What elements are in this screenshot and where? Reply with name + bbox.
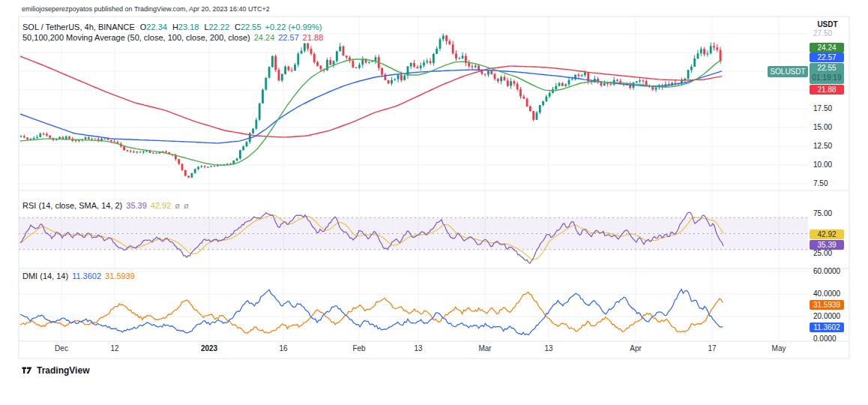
ma-legend: 50,100,200 Moving Average (50, close, 10… — [22, 33, 323, 42]
price-tick-15.00: 15.00 — [813, 123, 832, 132]
dmi-pane-legend: DMI (14, 14)11.360231.5939 — [22, 272, 135, 280]
time-tick-13: 13 — [531, 344, 567, 352]
close-value: 22.55 — [241, 22, 262, 32]
rsi-sma-value: 42.92 — [151, 201, 172, 210]
tradingview-wordmark: TradingView — [37, 365, 89, 376]
rsi-study-title: RSI (14, close, SMA, 14, 2) — [22, 201, 122, 210]
change-value: +0.22 (+0.99%) — [265, 22, 322, 32]
dmi-lines — [20, 290, 723, 335]
high-value: 23.18 — [178, 22, 199, 32]
tradingview-published-chart: emiliojoseperezpoyatos published on Trad… — [0, 0, 868, 405]
rsi-sma-badge: 42.92 — [810, 230, 844, 239]
last-price-badge: 22.5501:19:19 — [810, 63, 844, 84]
tradingview-icon — [22, 365, 32, 376]
candlesticks — [20, 34, 722, 178]
ma-study-title: 50,100,200 Moving Average (50, close, 10… — [22, 33, 250, 42]
ma50-badge: 24.24 — [810, 43, 844, 52]
dmi-plus-badge: 11.3602 — [810, 322, 844, 332]
close-label: C — [235, 22, 241, 32]
main-pane-legend: SOL / TetherUS, 4h, BINANCEO22.34H23.18L… — [22, 22, 322, 32]
moving-averages — [20, 56, 722, 165]
pane-separators — [19, 16, 849, 358]
time-tick-Mar: Mar — [467, 344, 503, 352]
price-tick-27.50: 27.50 — [813, 29, 832, 38]
rsi-tick-75.00: 75.00 — [813, 209, 832, 218]
tradingview-logo-link[interactable]: TradingView — [22, 364, 89, 376]
time-tick-May: May — [761, 344, 797, 352]
ma100-value: 22.57 — [278, 33, 299, 42]
dmi-minus-value: 31.5939 — [105, 272, 135, 280]
time-tick-12: 12 — [97, 344, 133, 352]
open-value: 22.34 — [146, 22, 167, 32]
time-tick-13: 13 — [400, 344, 436, 352]
time-tick-16: 16 — [265, 344, 301, 352]
ma100-badge: 22.57 — [810, 52, 844, 62]
ma200-line — [20, 56, 722, 137]
dmi-study-title: DMI (14, 14) — [22, 272, 68, 280]
symbol-title: SOL / TetherUS, 4h, BINANCE — [22, 22, 135, 32]
dmi-plus-value: 11.3602 — [72, 272, 101, 280]
high-label: H — [172, 22, 178, 32]
bar-close-countdown: 01:19:19 — [810, 74, 844, 82]
time-tick-Feb: Feb — [341, 344, 377, 352]
dmi-tick-0.0000: 0.0000 — [813, 334, 837, 344]
rsi-pane-legend: RSI (14, close, SMA, 14, 2)35.3942.92øø — [22, 201, 189, 210]
time-tick-2023: 2023 — [191, 344, 227, 352]
rsi-badge: 35.39 — [810, 240, 844, 250]
low-value: 22.22 — [209, 22, 230, 32]
dmi-tick-60.0000: 60.0000 — [813, 267, 840, 276]
price-tick-17.50: 17.50 — [813, 104, 832, 113]
price-axis-currency-label: USDT — [810, 20, 845, 28]
dmi-minus-badge: 31.5939 — [810, 300, 844, 310]
time-tick-17: 17 — [694, 344, 730, 352]
price-tick-12.50: 12.50 — [813, 142, 832, 151]
dmi-minus-line — [20, 292, 723, 333]
symbol-name-tag: SOLUSDT — [768, 66, 808, 77]
time-tick-Apr: Apr — [618, 344, 654, 352]
ma200-value: 21.88 — [303, 33, 324, 42]
dmi-tick-20.0000: 20.0000 — [813, 312, 840, 321]
price-tick-7.50: 7.50 — [813, 179, 828, 188]
rsi-empty-value-2: ø — [184, 201, 189, 210]
ma50-value: 24.24 — [254, 33, 275, 42]
ma200-badge: 21.88 — [810, 85, 844, 94]
time-tick-Dec: Dec — [43, 344, 79, 352]
price-tick-10.00: 10.00 — [813, 160, 832, 170]
rsi-value: 35.39 — [126, 201, 147, 210]
rsi-empty-value-1: ø — [175, 201, 180, 210]
rsi-tick-25.00: 25.00 — [813, 249, 832, 258]
dmi-tick-40.0000: 40.0000 — [813, 290, 840, 298]
